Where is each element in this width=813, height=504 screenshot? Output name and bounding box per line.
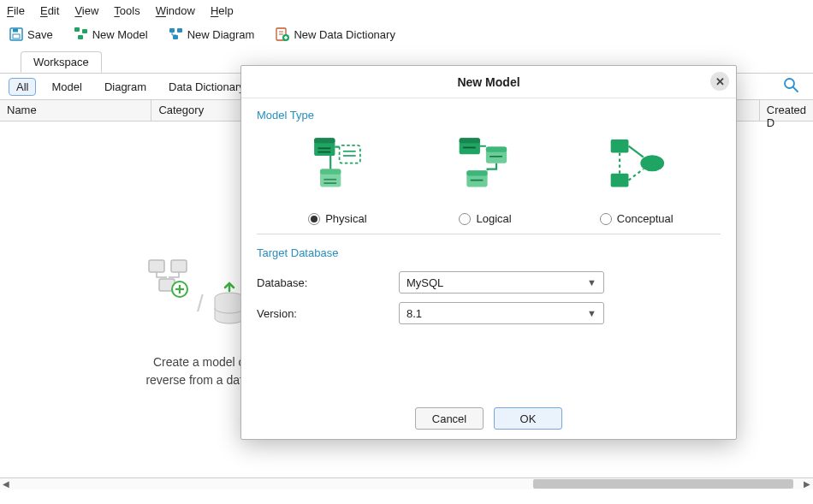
section-target-database: Target Database	[257, 246, 721, 259]
svg-rect-38	[460, 138, 480, 143]
database-label: Database:	[257, 276, 399, 289]
empty-state-line1: Create a model or	[153, 355, 249, 369]
model-type-logical[interactable]: Logical	[452, 133, 519, 225]
ok-label: OK	[520, 412, 537, 425]
search-icon[interactable]	[782, 76, 804, 98]
column-created[interactable]: Created D	[760, 100, 813, 121]
database-value: MySQL	[406, 276, 443, 289]
radio-physical-label: Physical	[325, 212, 366, 225]
horizontal-scrollbar[interactable]: ◀ ▶	[0, 477, 813, 489]
database-select[interactable]: MySQL ▼	[399, 271, 604, 294]
conceptual-icon	[603, 133, 670, 200]
close-icon: ✕	[715, 75, 725, 88]
chevron-down-icon: ▼	[587, 308, 596, 318]
svg-rect-6	[169, 28, 175, 33]
filter-model[interactable]: Model	[45, 79, 88, 95]
radio-logical-label: Logical	[476, 212, 511, 225]
radio-conceptual[interactable]: Conceptual	[600, 212, 674, 225]
scroll-track[interactable]	[12, 478, 801, 489]
physical-icon	[304, 133, 371, 200]
svg-rect-47	[610, 174, 628, 187]
radio-conceptual-label: Conceptual	[617, 212, 674, 225]
menu-view[interactable]: View	[74, 4, 98, 17]
svg-rect-46	[610, 139, 628, 153]
dialog-title: New Model	[457, 75, 519, 89]
new-model-dialog: New Model ✕ Model Type	[240, 65, 737, 440]
scroll-left-arrow[interactable]: ◀	[0, 478, 12, 489]
svg-text:/: /	[197, 290, 204, 317]
svg-rect-17	[149, 260, 164, 272]
filter-data-dictionary[interactable]: Data Dictionary	[162, 79, 252, 95]
svg-rect-4	[82, 29, 87, 33]
filter-pills: All Model Diagram Data Dictionary	[9, 78, 252, 96]
new-diagram-label: New Diagram	[187, 28, 255, 41]
cancel-button[interactable]: Cancel	[415, 407, 484, 430]
save-icon	[9, 27, 24, 42]
new-diagram-button[interactable]: New Diagram	[165, 25, 258, 44]
version-select[interactable]: 8.1 ▼	[399, 302, 604, 324]
menu-edit[interactable]: Edit	[40, 4, 59, 17]
close-button[interactable]: ✕	[710, 72, 729, 91]
new-model-button[interactable]: New Model	[70, 25, 151, 44]
radio-physical[interactable]: Physical	[308, 212, 366, 225]
svg-rect-8	[173, 35, 178, 39]
ok-button[interactable]: OK	[494, 407, 562, 430]
svg-rect-34	[320, 169, 341, 175]
cancel-label: Cancel	[432, 412, 466, 425]
svg-rect-18	[171, 260, 187, 272]
section-model-type: Model Type	[257, 109, 721, 122]
toolbar: Save New Model New Diagram New Data Dict…	[0, 21, 813, 50]
model-type-conceptual[interactable]: Conceptual	[600, 133, 674, 225]
svg-rect-7	[177, 28, 182, 33]
menu-bar: File Edit View Tools Window Help	[0, 0, 813, 21]
version-label: Version:	[257, 307, 399, 320]
svg-rect-2	[13, 34, 20, 39]
svg-rect-41	[486, 147, 507, 152]
svg-rect-44	[466, 170, 487, 175]
tab-workspace[interactable]: Workspace	[21, 51, 102, 73]
radio-dot-icon	[459, 213, 471, 225]
radio-dot-icon	[308, 213, 320, 225]
radio-dot-icon	[600, 213, 612, 225]
new-data-dictionary-icon	[275, 27, 290, 42]
chevron-down-icon: ▼	[587, 277, 596, 288]
column-name[interactable]: Name	[0, 100, 151, 121]
new-data-dictionary-button[interactable]: New Data Dictionary	[271, 25, 399, 44]
scroll-right-arrow[interactable]: ▶	[801, 478, 813, 489]
svg-rect-3	[74, 27, 80, 32]
svg-rect-5	[78, 35, 83, 39]
radio-logical[interactable]: Logical	[459, 212, 511, 225]
dialog-button-row: Cancel OK	[241, 398, 736, 439]
model-type-physical[interactable]: Physical	[304, 133, 371, 225]
new-model-icon	[74, 27, 89, 42]
menu-help[interactable]: Help	[211, 4, 234, 17]
dialog-titlebar: New Model ✕	[241, 66, 736, 98]
svg-rect-30	[340, 145, 360, 163]
filter-all[interactable]: All	[9, 78, 36, 96]
svg-point-48	[640, 155, 664, 171]
new-diagram-icon	[169, 27, 184, 42]
new-model-label: New Model	[92, 28, 148, 41]
version-value: 8.1	[406, 307, 422, 320]
new-data-dictionary-label: New Data Dictionary	[294, 28, 395, 41]
logical-icon	[452, 133, 519, 200]
scroll-thumb[interactable]	[533, 479, 793, 489]
svg-rect-1	[13, 29, 18, 33]
filter-diagram[interactable]: Diagram	[98, 79, 153, 95]
svg-rect-27	[314, 138, 335, 143]
svg-point-15	[785, 79, 794, 88]
menu-window[interactable]: Window	[156, 4, 195, 17]
save-label: Save	[27, 28, 53, 41]
svg-line-16	[793, 87, 798, 92]
menu-file[interactable]: File	[7, 4, 25, 17]
divider	[257, 234, 721, 234]
save-button[interactable]: Save	[5, 25, 56, 44]
menu-tools[interactable]: Tools	[114, 4, 139, 17]
